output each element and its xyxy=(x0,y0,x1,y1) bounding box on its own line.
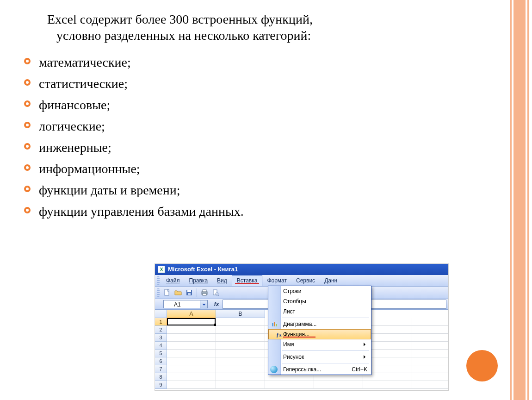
menu-view[interactable]: Вид xyxy=(212,275,232,286)
submenu-arrow-icon xyxy=(364,339,367,350)
window-title: Microsoft Excel - Книга1 xyxy=(168,264,238,275)
menu-separator xyxy=(282,350,369,351)
list-item: математические; xyxy=(24,53,487,72)
intro-line-1: Excel содержит более 300 встроенных функ… xyxy=(47,12,313,26)
menu-edit[interactable]: Правка xyxy=(185,275,213,286)
chart-icon xyxy=(270,320,278,328)
submenu-arrow-icon xyxy=(364,352,367,362)
svg-line-9 xyxy=(218,295,219,296)
list-item: функции даты и времени; xyxy=(24,181,487,200)
menu-file[interactable]: Файл xyxy=(161,275,185,286)
menu-separator xyxy=(282,318,369,318)
stripe-decoration xyxy=(510,0,512,400)
open-icon[interactable] xyxy=(173,288,183,297)
fx-icon: ƒx xyxy=(275,331,283,338)
menu-item-columns[interactable]: Столбцы xyxy=(268,296,371,306)
menu-item-chart[interactable]: Диаграмма... xyxy=(268,319,371,329)
row-header[interactable]: 2 xyxy=(155,326,167,334)
row-header[interactable]: 1 xyxy=(155,318,167,326)
menu-tools[interactable]: Сервис xyxy=(291,275,320,286)
excel-logo-icon: X xyxy=(158,266,165,273)
row-header[interactable]: 6 xyxy=(155,357,167,365)
svg-rect-7 xyxy=(213,290,217,295)
accent-dot xyxy=(466,350,498,381)
name-box[interactable]: A1 xyxy=(163,300,208,308)
menu-item-hyperlink[interactable]: Гиперссылка... Ctrl+K xyxy=(268,364,371,375)
select-all-corner[interactable] xyxy=(155,310,167,318)
print-preview-icon[interactable] xyxy=(211,288,220,297)
svg-rect-0 xyxy=(165,289,169,295)
list-item: функции управления базами данных. xyxy=(24,202,487,221)
menu-insert[interactable]: Вставка xyxy=(232,275,263,286)
svg-rect-3 xyxy=(188,293,191,295)
row-header[interactable]: 9 xyxy=(155,381,167,389)
menubar-gripper[interactable] xyxy=(157,276,160,285)
col-header-A[interactable]: A xyxy=(167,310,216,318)
save-icon[interactable] xyxy=(185,288,194,297)
toolbar-gripper[interactable] xyxy=(157,288,160,297)
list-item: информационные; xyxy=(24,159,487,179)
menu-separator xyxy=(282,363,369,363)
menubar: Файл Правка Вид Вставка Формат Сервис Да… xyxy=(155,275,448,287)
intro-paragraph: Excel содержит более 300 встроенных функ… xyxy=(47,11,487,44)
row-header[interactable]: 3 xyxy=(155,334,167,342)
menu-item-sheet[interactable]: Лист xyxy=(268,306,371,317)
new-file-icon[interactable] xyxy=(162,288,172,297)
menu-item-name[interactable]: Имя xyxy=(268,339,371,350)
list-item: инженерные; xyxy=(24,138,487,157)
menu-item-picture[interactable]: Рисунок xyxy=(268,352,371,362)
list-item: логические; xyxy=(24,117,487,136)
menu-item-function[interactable]: ƒx Функция... xyxy=(268,329,371,339)
toolbar-separator xyxy=(197,288,197,297)
intro-line-2: условно разделенных на несколько категор… xyxy=(56,27,487,44)
svg-rect-6 xyxy=(203,294,206,295)
list-item: статистические; xyxy=(24,74,487,94)
svg-rect-2 xyxy=(187,290,191,292)
row-header[interactable]: 7 xyxy=(155,365,167,373)
row-header[interactable]: 5 xyxy=(155,350,167,357)
row-header[interactable]: 4 xyxy=(155,342,167,350)
col-header-B[interactable]: B xyxy=(216,310,265,318)
row-header[interactable]: 8 xyxy=(155,373,167,381)
svg-rect-5 xyxy=(203,290,206,292)
name-box-value: A1 xyxy=(174,301,181,308)
insert-menu-dropdown: Строки Столбцы Лист Диаграмма... ƒx Функ… xyxy=(268,286,371,375)
fx-icon[interactable]: fx xyxy=(212,301,221,307)
stripe-decoration xyxy=(527,0,529,400)
category-list: математические; статистические; финансов… xyxy=(24,53,487,221)
active-cell-A1 xyxy=(167,318,216,325)
stripe-decoration xyxy=(513,0,526,400)
red-underline xyxy=(235,283,259,284)
shortcut-label: Ctrl+K xyxy=(352,364,367,375)
list-item: финансовые; xyxy=(24,95,487,115)
slide-content: Excel содержит более 300 встроенных функ… xyxy=(24,11,487,223)
menu-format[interactable]: Формат xyxy=(262,275,291,286)
row-headers: 1 2 3 4 5 6 7 8 9 xyxy=(155,318,167,389)
name-box-dropdown-icon[interactable] xyxy=(200,300,207,309)
titlebar: X Microsoft Excel - Книга1 xyxy=(155,264,448,275)
excel-window: X Microsoft Excel - Книга1 Файл Правка В… xyxy=(155,263,449,391)
globe-icon xyxy=(270,366,278,373)
menu-data[interactable]: Данн xyxy=(320,275,342,286)
print-icon[interactable] xyxy=(200,288,209,297)
menu-item-rows[interactable]: Строки xyxy=(268,286,371,296)
